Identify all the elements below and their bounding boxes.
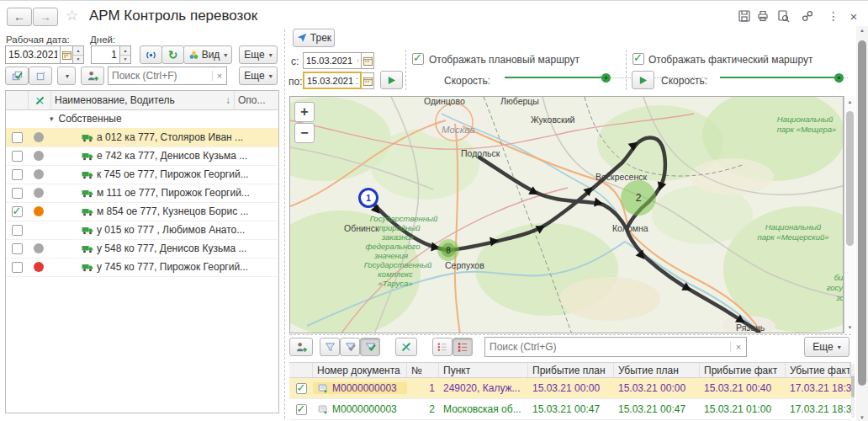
spinner-up-icon[interactable]: ▲ bbox=[120, 46, 130, 56]
clear-selection-button[interactable] bbox=[29, 67, 52, 85]
spinner-down-icon[interactable]: ▼ bbox=[73, 56, 83, 64]
row-checkbox[interactable] bbox=[12, 169, 23, 180]
save-icon[interactable] bbox=[737, 8, 752, 24]
plan-route-checkbox[interactable] bbox=[412, 53, 424, 65]
late-column-header[interactable]: Опо... bbox=[235, 91, 278, 109]
search-input[interactable] bbox=[108, 70, 212, 82]
table-row[interactable]: М0000000003 2 Московская об... 15.03.21 … bbox=[289, 399, 851, 420]
row-checkbox[interactable] bbox=[12, 262, 23, 273]
forward-button[interactable]: → bbox=[33, 8, 58, 26]
spinner-up-icon[interactable]: ▲ bbox=[73, 46, 83, 56]
table-scrollbar-thumb[interactable] bbox=[851, 376, 855, 397]
slider-handle[interactable] bbox=[834, 73, 844, 83]
gps-settings-button[interactable] bbox=[395, 338, 417, 356]
working-date-input[interactable] bbox=[5, 45, 61, 64]
group-collapse-icon[interactable]: ▾ bbox=[50, 115, 54, 123]
window-scrollbar[interactable]: ▲ ▼ bbox=[856, 26, 868, 421]
kebab-menu-icon[interactable]: ⋮ bbox=[826, 8, 841, 24]
from-calendar-icon[interactable] bbox=[362, 52, 374, 69]
row-checkbox-checked[interactable] bbox=[296, 404, 307, 415]
row-checkbox[interactable] bbox=[12, 132, 23, 143]
vehicle-row[interactable]: у 745 ко 777, Пирожок Георгий... bbox=[6, 258, 278, 277]
add-driver-bottom-button[interactable] bbox=[289, 338, 313, 356]
play-fact-button[interactable] bbox=[632, 71, 654, 89]
grouped-list-view-button[interactable] bbox=[453, 338, 473, 356]
vehicle-group-row[interactable]: ▾ Собственные bbox=[6, 109, 278, 129]
points-search-field[interactable]: × bbox=[484, 337, 747, 357]
fact-route-checkbox[interactable] bbox=[632, 53, 644, 65]
working-date-spinner[interactable]: ▲▼ bbox=[73, 45, 84, 64]
link-icon[interactable] bbox=[800, 8, 815, 24]
row-checkbox-checked[interactable] bbox=[12, 206, 23, 217]
search-clear-icon[interactable]: × bbox=[212, 71, 226, 81]
vehicle-row[interactable]: а 012 ка 777, Столяров Иван ... bbox=[6, 128, 278, 147]
row-checkbox[interactable] bbox=[12, 188, 23, 199]
filter-all-button[interactable] bbox=[320, 338, 340, 356]
name-column-header[interactable]: Наименование, Водитель ↓ bbox=[51, 91, 235, 109]
search-input[interactable] bbox=[485, 341, 730, 353]
filter-partial-button[interactable] bbox=[340, 338, 360, 356]
scroll-up-icon[interactable]: ▲ bbox=[856, 28, 868, 33]
row-checkbox[interactable] bbox=[12, 151, 23, 162]
num-column-header[interactable]: № bbox=[407, 363, 439, 377]
vehicle-row[interactable]: е 742 ка 777, Денисов Кузьма ... bbox=[6, 147, 278, 166]
table-row[interactable]: М0000000003 1 249020, Калуж... 15.03.21 … bbox=[289, 378, 851, 399]
track-button[interactable]: Трек bbox=[293, 29, 335, 47]
print-icon[interactable] bbox=[755, 8, 770, 24]
days-spinner[interactable]: ▲▼ bbox=[120, 45, 131, 64]
close-icon[interactable]: × bbox=[846, 8, 861, 24]
more-button-bottom[interactable]: Еще▾ bbox=[804, 337, 849, 357]
panel-splitter[interactable] bbox=[284, 29, 285, 418]
more-button-top[interactable]: Еще▾ bbox=[239, 45, 278, 64]
monitoring-button[interactable] bbox=[140, 45, 162, 64]
filter-checked-button[interactable] bbox=[360, 338, 380, 356]
back-button[interactable]: ← bbox=[7, 8, 32, 26]
add-driver-button[interactable] bbox=[81, 67, 104, 85]
map-canvas[interactable]: Одинцово Люберцы Жуковский Москва Подоль… bbox=[289, 96, 844, 333]
dep-fact-column-header[interactable]: Убытие факт bbox=[786, 363, 850, 377]
row-checkbox[interactable] bbox=[12, 225, 23, 236]
vehicle-row[interactable]: м 111 ое 777, Пирожок Георгий... bbox=[6, 184, 278, 203]
slider-handle[interactable] bbox=[601, 73, 611, 83]
map-scrollbar-thumb[interactable] bbox=[846, 111, 854, 246]
scroll-down-icon[interactable]: ▼ bbox=[844, 325, 855, 330]
play-plan-button[interactable] bbox=[380, 71, 403, 89]
to-datetime-input[interactable] bbox=[303, 72, 362, 89]
arr-plan-column-header[interactable]: Прибытие план bbox=[528, 363, 614, 377]
vehicle-row[interactable]: у 015 ко 777 , Любимов Анато... bbox=[6, 221, 278, 240]
vehicle-row[interactable]: к 745 ое 777, Пирожок Георгий... bbox=[6, 165, 278, 184]
vehicle-row[interactable]: м 854 ое 777, Кузнецов Борис ... bbox=[6, 202, 278, 221]
spinner-down-icon[interactable]: ▼ bbox=[120, 56, 130, 64]
favorite-star-icon[interactable]: ☆ bbox=[66, 7, 78, 24]
map-scrollbar[interactable]: ▲ ▼ bbox=[844, 96, 855, 333]
tracking-column-header[interactable] bbox=[29, 91, 51, 109]
to-calendar-icon[interactable] bbox=[362, 72, 374, 89]
preview-icon[interactable] bbox=[775, 8, 791, 24]
view-button[interactable]: Вид▾ bbox=[183, 45, 232, 64]
more-button-list[interactable]: Еще▾ bbox=[239, 67, 278, 85]
doc-column-header[interactable]: Номер документа bbox=[313, 363, 407, 377]
refresh-button[interactable]: ↻ bbox=[161, 45, 184, 64]
working-date-calendar-icon[interactable] bbox=[61, 45, 73, 64]
select-all-button[interactable] bbox=[5, 67, 29, 85]
list-view-button[interactable] bbox=[432, 338, 453, 356]
vehicle-search-field[interactable]: × bbox=[108, 67, 227, 85]
days-input[interactable] bbox=[91, 45, 120, 64]
speed-fact-slider[interactable] bbox=[720, 72, 848, 84]
window-scrollbar-thumb[interactable] bbox=[858, 40, 866, 386]
arr-fact-column-header[interactable]: Прибытие факт bbox=[700, 363, 786, 377]
from-datetime-input[interactable] bbox=[303, 52, 362, 69]
select-column-header[interactable] bbox=[289, 363, 313, 377]
checkbox-column-header[interactable] bbox=[6, 91, 29, 109]
row-checkbox-checked[interactable] bbox=[296, 383, 307, 394]
scroll-down-icon[interactable]: ▼ bbox=[856, 415, 868, 420]
dep-plan-column-header[interactable]: Убытие план bbox=[614, 363, 700, 377]
scroll-up-icon[interactable]: ▲ bbox=[844, 99, 855, 104]
row-checkbox[interactable] bbox=[12, 243, 23, 254]
vehicle-row[interactable]: у 548 ко 777, Денисов Кузьма ... bbox=[6, 239, 278, 258]
search-clear-icon[interactable]: × bbox=[730, 342, 746, 352]
point-column-header[interactable]: Пункт bbox=[439, 363, 528, 377]
selection-dropdown-button[interactable]: ▾ bbox=[57, 67, 76, 85]
map-zoom-out-button[interactable]: − bbox=[294, 123, 315, 143]
map-zoom-in-button[interactable]: + bbox=[294, 102, 315, 122]
